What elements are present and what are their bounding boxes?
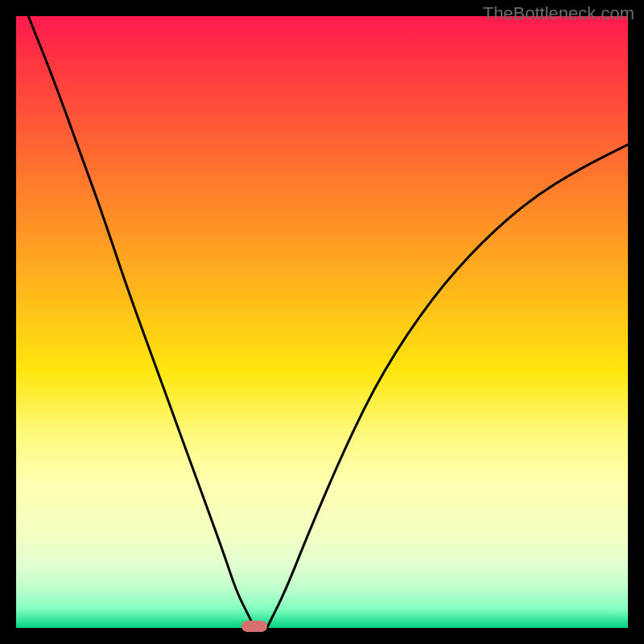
minimum-marker <box>242 621 267 632</box>
chart-frame <box>16 16 628 628</box>
chart-curve <box>16 16 628 628</box>
curve-left-branch <box>28 16 254 628</box>
curve-right-branch <box>267 145 628 628</box>
watermark-text: TheBottleneck.com <box>483 3 634 24</box>
